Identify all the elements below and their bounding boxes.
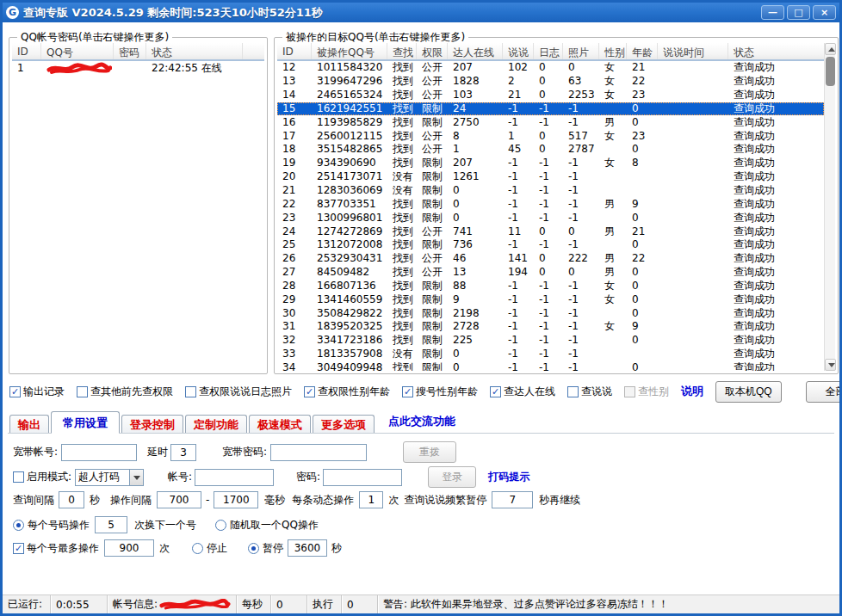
column-header[interactable]: ID	[277, 43, 312, 59]
max-ops-input[interactable]	[104, 539, 154, 557]
cell: 934390690	[312, 157, 387, 169]
random-qq-radio[interactable]	[215, 520, 226, 531]
query-interval-input[interactable]	[59, 491, 84, 508]
busy-pause-input[interactable]	[492, 491, 533, 508]
account-table: IDQQ号密码状态 1 22:42:55 在线	[12, 43, 264, 371]
target-table-row[interactable]: 183515482865找到公开145027870查询成功	[277, 143, 824, 157]
column-header[interactable]: 说说时间	[658, 43, 728, 59]
captcha-tip-link[interactable]: 打码提示	[488, 470, 529, 484]
option-checkbox[interactable]: ✓搜号性别年龄	[402, 385, 478, 399]
column-header[interactable]	[243, 43, 264, 59]
target-table-row[interactable]: 262532930431找到公开461410222男22查询成功	[277, 252, 824, 266]
option-checkbox[interactable]: 查说说	[567, 385, 612, 399]
option-checkbox[interactable]: 查其他前先查权限	[77, 385, 173, 399]
option-checkbox[interactable]: 查权限说说日志照片	[185, 385, 292, 399]
cell: -1	[563, 361, 599, 371]
target-table-row[interactable]: 161193985829找到限制2750-1-1-1男0查询成功	[277, 115, 824, 129]
target-table-row[interactable]: 121011584320找到公开20710200女21查询成功	[277, 61, 824, 75]
cell: 45	[503, 143, 534, 156]
target-table-row-selected[interactable]: 151621942551找到限制24-1-1-10查询成功	[277, 102, 824, 116]
maximize-button[interactable]: □	[787, 5, 810, 20]
target-table-row[interactable]: 343049409948找到限制0-1-1-10查询成功	[277, 361, 824, 371]
column-header[interactable]: 年龄	[627, 43, 658, 59]
enable-mode-checkbox[interactable]: 启用模式:	[13, 470, 71, 484]
column-header[interactable]: QQ号	[41, 43, 114, 59]
captcha-account-input[interactable]	[195, 469, 274, 486]
chat-link[interactable]: 点此交流功能	[388, 414, 455, 429]
option-checkbox[interactable]: ✓查达人在线	[490, 385, 555, 399]
column-header[interactable]: 状态	[146, 43, 243, 59]
tab-item-active[interactable]: 常用设置	[51, 411, 120, 434]
max-ops-checkbox[interactable]: ✓ 每个号最多操作	[13, 541, 99, 556]
column-header[interactable]: 权限	[417, 43, 448, 59]
option-checkbox[interactable]: ✓查权限性别年龄	[304, 385, 390, 399]
pause-secs-input[interactable]	[288, 539, 327, 557]
column-header[interactable]: 被操作QQ号	[312, 43, 387, 59]
cell: 24	[448, 102, 503, 115]
column-header[interactable]: 达人在线	[448, 43, 503, 59]
cell: 21	[503, 89, 534, 102]
tab-item[interactable]: 定制功能	[185, 415, 247, 433]
op-interval-max-input[interactable]	[214, 491, 258, 508]
column-header[interactable]: 性别	[599, 43, 627, 59]
window-controls: — □ ×	[761, 5, 836, 20]
option-checkbox[interactable]: ✓输出记录	[9, 385, 65, 399]
captcha-mode-select[interactable]: 超人打码	[75, 469, 144, 486]
column-header[interactable]: 说说	[503, 43, 534, 59]
scroll-up-button[interactable]	[825, 43, 836, 55]
column-header[interactable]: 状态	[728, 43, 824, 59]
cell: -1	[563, 170, 599, 183]
target-table-row[interactable]: 142465165324找到公开1032102253女23查询成功	[277, 89, 824, 102]
minimize-button[interactable]: —	[761, 5, 784, 20]
target-table-row[interactable]: 323341723186找到限制225-1-1-10查询成功	[277, 334, 824, 348]
target-table-row[interactable]: 202514173071没有限制1261-1-1-1查询成功	[277, 170, 824, 184]
target-table-row[interactable]: 251312072008找到限制736-1-1-10查询成功	[277, 238, 824, 252]
target-table-row[interactable]: 311839520325找到限制2728-1-1-1女9查询成功	[277, 320, 824, 334]
column-header[interactable]: 照片	[563, 43, 599, 59]
redial-button[interactable]: 重拨	[403, 441, 456, 463]
target-table-row[interactable]: 172560012115找到公开810517女23查询成功	[277, 129, 824, 143]
tab-item[interactable]: 更多选项	[313, 415, 375, 433]
tab-item[interactable]: 登录控制	[121, 415, 183, 433]
target-table-row[interactable]: 2784509482找到公开1319400男0查询成功	[277, 266, 824, 280]
target-table-row[interactable]: 241274272869找到公开7411100男21查询成功	[277, 225, 824, 238]
vertical-scrollbar[interactable]	[824, 43, 835, 371]
cell: 查询成功	[728, 143, 824, 156]
column-header[interactable]: 日志	[534, 43, 563, 59]
target-table-row[interactable]: 22837703351找到限制0-1-1-1男9查询成功	[277, 197, 824, 211]
pause-radio[interactable]	[248, 543, 259, 554]
tab-item[interactable]: 极速模式	[249, 415, 311, 433]
start-all-button[interactable]: 全部开始	[806, 381, 842, 403]
target-table-row[interactable]: 331813357908没有限制0-1-1-1查询成功	[277, 348, 824, 361]
scroll-down-button[interactable]	[825, 359, 836, 371]
cell-id: 1	[12, 62, 41, 75]
column-header[interactable]: 查找	[387, 43, 417, 59]
stop-radio[interactable]	[192, 543, 203, 554]
captcha-password-input[interactable]	[323, 469, 402, 486]
target-table-row[interactable]: 231300996801找到限制0-1-1-10查询成功	[277, 211, 824, 225]
cell: 207	[448, 61, 503, 74]
target-table-row[interactable]: 19934390690找到限制207-1-1-1女8查询成功	[277, 157, 824, 170]
target-table-row[interactable]: 291341460559找到限制9-1-1-1女0查询成功	[277, 293, 824, 306]
get-local-qq-button[interactable]: 取本机QQ	[715, 381, 782, 403]
broadband-account-input[interactable]	[61, 444, 137, 461]
tab-item[interactable]: 输出	[9, 415, 49, 433]
op-interval-min-input[interactable]	[157, 491, 201, 508]
column-header[interactable]: ID	[12, 43, 41, 59]
column-header[interactable]: 密码	[114, 43, 146, 59]
close-button[interactable]: ×	[813, 5, 836, 20]
target-table-row[interactable]: 303508429822找到限制2198-1-1-10查询成功	[277, 306, 824, 320]
target-table-row[interactable]: 133199647296找到公开18282063女22查询成功	[277, 75, 824, 89]
cell: 限制	[417, 280, 448, 293]
target-table-row[interactable]: 28166807136找到限制88-1-1-1女0查询成功	[277, 280, 824, 293]
delay-input[interactable]	[170, 444, 196, 461]
target-table-row[interactable]: 211283036069没有限制0-1-1-1查询成功	[277, 184, 824, 198]
per-account-radio[interactable]	[13, 520, 24, 531]
help-link[interactable]: 说明	[681, 384, 703, 399]
account-table-row[interactable]: 1 22:42:55 在线	[12, 61, 264, 76]
login-button[interactable]: 登录	[428, 466, 476, 488]
per-post-input[interactable]	[359, 491, 383, 508]
broadband-password-input[interactable]	[270, 444, 367, 461]
scrollbar-thumb[interactable]	[826, 57, 835, 86]
per-account-input[interactable]	[95, 516, 127, 533]
